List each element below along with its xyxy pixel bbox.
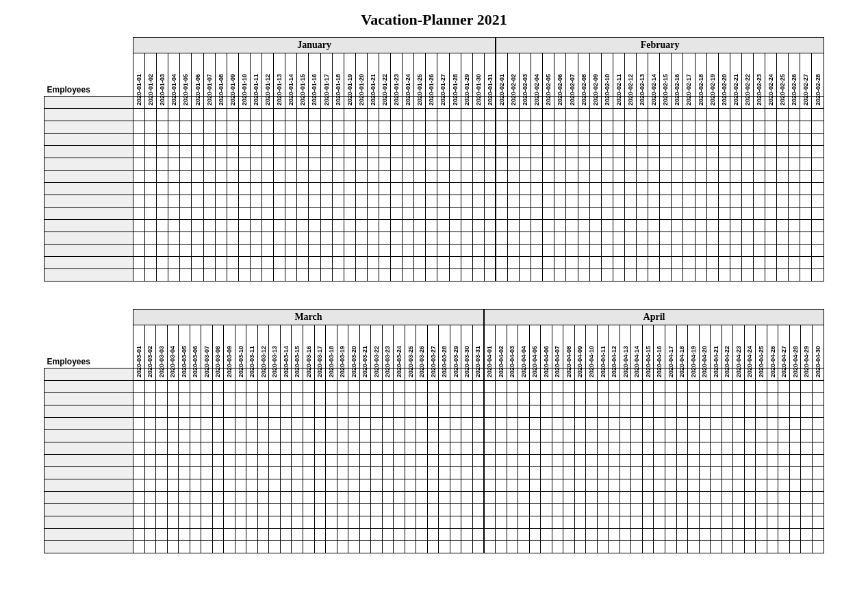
day-cell[interactable] bbox=[756, 405, 767, 418]
day-cell[interactable] bbox=[280, 492, 292, 504]
day-cell[interactable] bbox=[730, 208, 741, 220]
day-cell[interactable] bbox=[586, 442, 598, 455]
employee-cell[interactable] bbox=[44, 269, 133, 282]
day-cell[interactable] bbox=[250, 171, 261, 183]
day-cell[interactable] bbox=[660, 257, 672, 269]
day-cell[interactable] bbox=[566, 269, 578, 282]
day-cell[interactable] bbox=[320, 183, 332, 195]
day-cell[interactable] bbox=[405, 381, 416, 393]
day-cell[interactable] bbox=[257, 405, 269, 418]
day-cell[interactable] bbox=[753, 158, 765, 171]
day-cell[interactable] bbox=[472, 467, 484, 479]
day-cell[interactable] bbox=[507, 529, 518, 541]
day-cell[interactable] bbox=[718, 134, 730, 146]
day-cell[interactable] bbox=[439, 467, 450, 479]
day-cell[interactable] bbox=[203, 257, 215, 269]
day-cell[interactable] bbox=[554, 146, 566, 158]
day-cell[interactable] bbox=[801, 467, 813, 479]
day-cell[interactable] bbox=[235, 492, 246, 504]
day-cell[interactable] bbox=[789, 158, 800, 171]
day-cell[interactable] bbox=[133, 479, 145, 492]
day-cell[interactable] bbox=[439, 393, 450, 405]
day-cell[interactable] bbox=[660, 208, 672, 220]
day-cell[interactable] bbox=[215, 257, 227, 269]
day-cell[interactable] bbox=[778, 381, 790, 393]
day-cell[interactable] bbox=[642, 516, 654, 529]
day-cell[interactable] bbox=[227, 220, 238, 232]
day-cell[interactable] bbox=[654, 405, 665, 418]
day-cell[interactable] bbox=[789, 442, 801, 455]
day-cell[interactable] bbox=[391, 220, 403, 232]
day-cell[interactable] bbox=[574, 430, 586, 442]
day-cell[interactable] bbox=[676, 516, 688, 529]
day-cell[interactable] bbox=[235, 467, 246, 479]
day-cell[interactable] bbox=[414, 232, 426, 245]
day-cell[interactable] bbox=[812, 492, 824, 504]
day-cell[interactable] bbox=[437, 146, 449, 158]
day-cell[interactable] bbox=[520, 208, 531, 220]
day-cell[interactable] bbox=[778, 418, 790, 430]
day-cell[interactable] bbox=[730, 134, 741, 146]
day-cell[interactable] bbox=[391, 146, 403, 158]
day-cell[interactable] bbox=[520, 257, 531, 269]
day-cell[interactable] bbox=[285, 208, 297, 220]
day-cell[interactable] bbox=[437, 245, 449, 257]
day-cell[interactable] bbox=[765, 195, 777, 208]
day-cell[interactable] bbox=[262, 158, 274, 171]
day-cell[interactable] bbox=[379, 208, 390, 220]
day-cell[interactable] bbox=[450, 393, 461, 405]
day-cell[interactable] bbox=[437, 195, 449, 208]
day-cell[interactable] bbox=[439, 418, 450, 430]
day-cell[interactable] bbox=[437, 109, 449, 121]
day-cell[interactable] bbox=[688, 405, 700, 418]
day-cell[interactable] bbox=[789, 245, 800, 257]
day-cell[interactable] bbox=[416, 393, 428, 405]
day-cell[interactable] bbox=[800, 171, 812, 183]
day-cell[interactable] bbox=[246, 492, 258, 504]
day-cell[interactable] bbox=[688, 381, 700, 393]
day-cell[interactable] bbox=[718, 220, 730, 232]
day-cell[interactable] bbox=[601, 269, 613, 282]
day-cell[interactable] bbox=[382, 405, 394, 418]
day-cell[interactable] bbox=[706, 171, 718, 183]
day-cell[interactable] bbox=[620, 504, 631, 516]
day-cell[interactable] bbox=[394, 442, 405, 455]
day-cell[interactable] bbox=[179, 467, 190, 479]
day-cell[interactable] bbox=[427, 492, 439, 504]
day-cell[interactable] bbox=[620, 541, 631, 553]
day-cell[interactable] bbox=[246, 393, 258, 405]
day-cell[interactable] bbox=[722, 455, 733, 467]
day-cell[interactable] bbox=[722, 393, 733, 405]
day-cell[interactable] bbox=[496, 121, 507, 134]
day-cell[interactable] bbox=[156, 541, 168, 553]
day-cell[interactable] bbox=[461, 109, 472, 121]
day-cell[interactable] bbox=[508, 195, 520, 208]
day-cell[interactable] bbox=[484, 467, 496, 479]
day-cell[interactable] bbox=[566, 171, 578, 183]
day-cell[interactable] bbox=[133, 492, 145, 504]
day-cell[interactable] bbox=[648, 232, 660, 245]
day-cell[interactable] bbox=[484, 504, 496, 516]
day-cell[interactable] bbox=[507, 430, 518, 442]
day-cell[interactable] bbox=[529, 455, 541, 467]
day-cell[interactable] bbox=[348, 467, 360, 479]
day-cell[interactable] bbox=[711, 504, 722, 516]
day-cell[interactable] bbox=[789, 467, 801, 479]
day-cell[interactable] bbox=[157, 121, 168, 134]
day-cell[interactable] bbox=[578, 158, 589, 171]
day-cell[interactable] bbox=[472, 208, 484, 220]
day-cell[interactable] bbox=[778, 442, 790, 455]
day-cell[interactable] bbox=[450, 492, 461, 504]
day-cell[interactable] bbox=[683, 158, 695, 171]
day-cell[interactable] bbox=[156, 430, 168, 442]
day-cell[interactable] bbox=[589, 121, 601, 134]
day-cell[interactable] bbox=[439, 430, 450, 442]
day-cell[interactable] bbox=[620, 442, 631, 455]
day-cell[interactable] bbox=[405, 492, 416, 504]
day-cell[interactable] bbox=[257, 492, 269, 504]
day-cell[interactable] bbox=[496, 171, 507, 183]
day-cell[interactable] bbox=[660, 245, 672, 257]
day-cell[interactable] bbox=[355, 208, 367, 220]
day-cell[interactable] bbox=[711, 492, 722, 504]
day-cell[interactable] bbox=[157, 208, 168, 220]
